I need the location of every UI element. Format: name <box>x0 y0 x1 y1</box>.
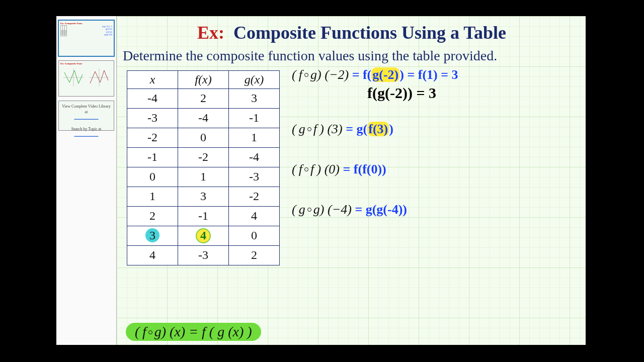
table-header: f(x) <box>178 70 229 88</box>
table-cell: 0 <box>229 226 280 245</box>
table-cell: 3 <box>127 226 178 245</box>
lib-text-2: Search by Topic at <box>71 127 102 131</box>
table-cell: 2 <box>127 206 178 226</box>
lib-link-1[interactable]: ____________ <box>74 115 99 120</box>
slide-thumbnail-2[interactable]: Ex: Composite Func <box>58 60 114 97</box>
table-cell: 1 <box>229 128 280 147</box>
equation-2: ( gf ) (3) = g(f(3)) <box>292 122 581 137</box>
table-cell: -2 <box>229 187 280 206</box>
table-cell: -4 <box>178 108 229 128</box>
table-cell: 2 <box>229 245 280 265</box>
table-row: 4-32 <box>127 245 280 265</box>
table-row: 340 <box>127 226 280 245</box>
function-table-wrap: xf(x)g(x) -423-3-4-1-201-1-2-401-313-22-… <box>127 70 280 265</box>
table-cell: 4 <box>127 245 178 265</box>
table-cell: -4 <box>127 88 178 108</box>
table-cell: 3 <box>178 187 229 206</box>
instruction-text: Determine the composite function values … <box>123 46 581 65</box>
table-cell: 0 <box>127 167 178 187</box>
slide-title: Ex: Composite Functions Using a Table <box>123 22 581 43</box>
table-cell: 3 <box>229 88 280 108</box>
slide-thumbnail-3[interactable]: View Complete Video Library at _________… <box>58 101 114 131</box>
lib-link-2[interactable]: ____________ <box>74 132 99 137</box>
title-main: Composite Functions Using a Table <box>233 23 506 43</box>
thumb-title-2: Ex: Composite Func <box>60 62 112 65</box>
table-cell: 1 <box>178 167 229 187</box>
presentation-stage: Ex: Composite Func f(g(-2))=3g(f(3))f(f(… <box>56 16 586 345</box>
composite-formula: ( fg) (x) = f ( g (x) ) <box>126 323 261 341</box>
table-cell: -1 <box>229 108 280 128</box>
equation-3: ( ff ) (0) = f(f(0)) <box>292 162 581 177</box>
table-row: 01-3 <box>127 167 280 187</box>
table-cell: -2 <box>127 128 178 147</box>
table-cell: -2 <box>178 147 229 167</box>
table-cell: 4 <box>229 206 280 226</box>
table-row: 13-2 <box>127 187 280 206</box>
title-ex: Ex: <box>197 23 224 43</box>
function-table: xf(x)g(x) -423-3-4-1-201-1-2-401-313-22-… <box>127 70 280 265</box>
equations-area: ( fg) (−2) = f(g(-2)) = f(1) = 3 f(g(-2)… <box>292 70 581 237</box>
slide-thumbnail-1[interactable]: Ex: Composite Func f(g(-2))=3g(f(3))f(f(… <box>58 20 114 56</box>
table-cell: -1 <box>127 147 178 167</box>
table-cell: -3 <box>127 108 178 128</box>
table-cell: -1 <box>178 206 229 226</box>
table-row: -423 <box>127 88 280 108</box>
table-cell: -3 <box>178 245 229 265</box>
table-row: -3-4-1 <box>127 108 280 128</box>
equation-1: ( fg) (−2) = f(g(-2)) = f(1) = 3 f(g(-2)… <box>292 67 581 102</box>
lib-text-1: View Complete Video Library at <box>62 104 111 114</box>
table-row: 2-14 <box>127 206 280 226</box>
table-cell: -3 <box>229 167 280 187</box>
table-cell: 1 <box>127 187 178 206</box>
equation-1-sub: f(g(-2)) = 3 <box>367 84 436 101</box>
table-cell: -4 <box>229 147 280 167</box>
main-slide: Ex: Composite Functions Using a Table De… <box>117 16 586 345</box>
table-row: -1-2-4 <box>127 147 280 167</box>
table-cell: 0 <box>178 128 229 147</box>
table-header: g(x) <box>229 70 280 88</box>
table-cell: 2 <box>178 88 229 108</box>
equation-4: ( gg) (−4) = g(g(-4)) <box>292 202 581 217</box>
table-header: x <box>127 70 178 88</box>
thumbnail-sidebar: Ex: Composite Func f(g(-2))=3g(f(3))f(f(… <box>56 16 117 345</box>
table-cell: 4 <box>178 226 229 245</box>
table-row: -201 <box>127 128 280 147</box>
